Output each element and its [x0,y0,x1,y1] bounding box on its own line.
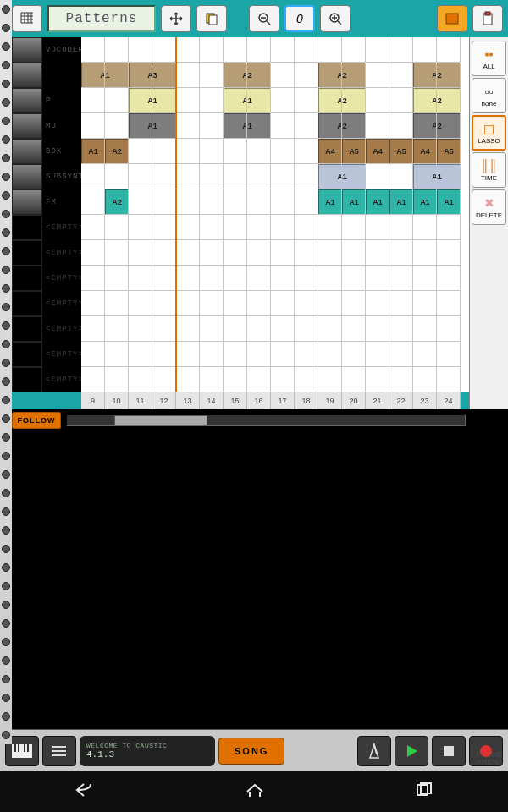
grid-cell[interactable] [295,189,318,215]
grid-cell[interactable] [342,88,366,113]
grid-cell[interactable] [224,189,247,215]
grid-cell[interactable] [271,113,295,139]
grid-cell[interactable] [295,164,318,189]
grid-cell[interactable] [152,316,176,342]
grid-cell[interactable] [437,291,461,316]
track-thumbnail[interactable] [12,266,42,291]
grid-cell[interactable] [152,139,176,164]
grid-cell[interactable] [129,240,152,266]
grid-cell[interactable] [105,113,129,139]
grid-cell[interactable] [105,266,129,291]
grid-cell[interactable] [247,189,271,215]
grid-cell[interactable] [247,63,271,88]
track-header[interactable]: SUBSYNTH [12,164,81,189]
grid-cell[interactable] [200,37,224,63]
grid-cell[interactable] [271,316,295,342]
track-header[interactable]: <EMPTY> [12,266,81,291]
grid-cell[interactable] [129,113,152,139]
grid-cell[interactable] [295,63,318,88]
menu-button[interactable] [42,736,76,766]
copy-button[interactable] [196,5,227,32]
grid-cell[interactable] [342,266,366,291]
grid-cell[interactable] [437,88,461,113]
grid-cell[interactable] [295,291,318,316]
home-button[interactable] [244,782,266,803]
grid-cell[interactable] [81,164,105,189]
grid-cell[interactable] [389,37,413,63]
grid-cell[interactable] [318,164,342,189]
grid-cell[interactable] [366,215,389,240]
grid-cell[interactable] [105,367,129,392]
grid-cell[interactable] [295,215,318,240]
grid-cell[interactable] [342,139,366,164]
grid-cell[interactable] [224,113,247,139]
grid-cell[interactable] [105,37,129,63]
grid-cell[interactable] [224,215,247,240]
grid-cell[interactable] [105,63,129,88]
grid-cell[interactable] [152,240,176,266]
grid-cell[interactable] [389,266,413,291]
track-thumbnail[interactable] [12,63,42,88]
grid-cell[interactable] [247,342,271,367]
grid-cell[interactable] [176,266,200,291]
track-thumbnail[interactable] [12,316,42,342]
track-header[interactable]: MO [12,113,81,139]
timeline-tick[interactable]: 15 [224,392,247,409]
grid-cell[interactable] [437,113,461,139]
timeline-tick[interactable]: 24 [437,392,461,409]
timeline-tick[interactable]: 19 [318,392,342,409]
grid-cell[interactable] [247,139,271,164]
grid-cell[interactable] [366,63,389,88]
grid-cell[interactable] [366,88,389,113]
grid-cell[interactable] [271,342,295,367]
grid-cell[interactable] [318,139,342,164]
grid-cell[interactable] [342,215,366,240]
grid-cell[interactable] [81,63,105,88]
grid-cell[interactable] [200,88,224,113]
grid-cell[interactable] [413,291,437,316]
grid-cell[interactable] [295,316,318,342]
grid-cell[interactable] [342,164,366,189]
grid-cell[interactable] [152,113,176,139]
grid-cell[interactable] [176,240,200,266]
grid-cell[interactable] [342,189,366,215]
grid-cell[interactable] [295,113,318,139]
grid-cell[interactable] [200,164,224,189]
zoom-reset-button[interactable]: 0 [284,5,315,32]
grid-cell[interactable] [200,316,224,342]
grid-cell[interactable] [224,37,247,63]
grid-cell[interactable] [342,342,366,367]
grid-cell[interactable] [152,266,176,291]
track-thumbnail[interactable] [12,139,42,164]
grid-cell[interactable] [413,139,437,164]
grid-cell[interactable] [152,63,176,88]
grid-cell[interactable] [318,63,342,88]
grid-cell[interactable] [200,342,224,367]
track-thumbnail[interactable] [12,240,42,266]
grid-cell[interactable] [318,342,342,367]
grid-cell[interactable] [342,291,366,316]
grid-cell[interactable] [81,88,105,113]
grid-cell[interactable] [366,240,389,266]
grid-cell[interactable] [366,316,389,342]
grid-cell[interactable] [342,240,366,266]
grid-cell[interactable] [413,63,437,88]
grid-cell[interactable] [366,342,389,367]
grid-cell[interactable] [105,240,129,266]
grid-cell[interactable] [152,37,176,63]
grid-cell[interactable] [224,291,247,316]
grid-cell[interactable] [129,88,152,113]
grid-cell[interactable] [81,316,105,342]
grid-cell[interactable] [81,240,105,266]
track-thumbnail[interactable] [12,189,42,215]
grid-cell[interactable] [318,88,342,113]
grid-cell[interactable] [105,164,129,189]
grid-cell[interactable] [366,37,389,63]
grid-cell[interactable] [366,164,389,189]
grid-cell[interactable] [224,139,247,164]
timeline-tick[interactable]: 21 [366,392,389,409]
grid-cell[interactable] [176,164,200,189]
grid-cell[interactable] [200,63,224,88]
grid-cell[interactable] [366,113,389,139]
grid-cell[interactable] [271,37,295,63]
